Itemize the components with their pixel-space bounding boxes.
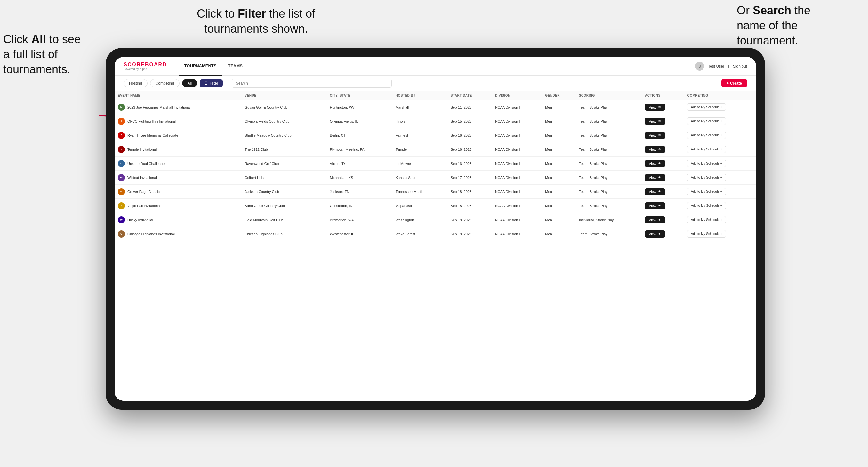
action-cell: View 👁: [642, 157, 684, 170]
add-schedule-button[interactable]: Add to My Schedule +: [687, 202, 725, 209]
add-schedule-button[interactable]: Add to My Schedule +: [687, 118, 725, 125]
competing-tab[interactable]: Competing: [150, 79, 180, 87]
add-schedule-cell: Add to My Schedule +: [684, 199, 756, 213]
view-button[interactable]: View 👁: [645, 188, 665, 195]
col-start-date: START DATE: [447, 91, 492, 100]
event-name-cell: G Grover Page Classic: [115, 185, 241, 199]
add-schedule-button[interactable]: Add to My Schedule +: [687, 160, 725, 167]
sign-out-link[interactable]: Sign out: [733, 64, 747, 68]
search-input[interactable]: [232, 79, 392, 88]
add-schedule-cell: Add to My Schedule +: [684, 114, 756, 128]
city-state-cell: Chesterton, IN: [327, 199, 393, 213]
start-date-cell: Sep 15, 2023: [447, 114, 492, 128]
nav-tab-teams[interactable]: TEAMS: [222, 57, 248, 75]
start-date-cell: Sep 17, 2023: [447, 170, 492, 185]
division-cell: NCAA Division I: [492, 128, 542, 143]
hosted-by-cell: Kansas State: [393, 170, 447, 185]
scoring-cell: Team, Stroke Play: [576, 185, 642, 199]
gender-cell: Men: [542, 213, 576, 227]
eye-icon: 👁: [658, 119, 661, 123]
table-row: W Husky Individual Gold Mountain Golf Cl…: [115, 213, 756, 227]
gender-cell: Men: [542, 157, 576, 170]
nav-tab-tournaments[interactable]: TOURNAMENTS: [179, 57, 222, 75]
team-logo: V: [118, 202, 125, 209]
table-container: EVENT NAME VENUE CITY, STATE HOSTED BY S…: [115, 91, 756, 401]
event-name: OFCC Fighting Illini Invitational: [127, 119, 176, 123]
eye-icon: 👁: [658, 105, 661, 109]
eye-icon: 👁: [658, 148, 661, 151]
eye-icon: 👁: [658, 218, 661, 221]
hosting-tab[interactable]: Hosting: [124, 79, 148, 87]
team-logo: I: [118, 118, 125, 125]
add-schedule-button[interactable]: Add to My Schedule +: [687, 146, 725, 153]
action-cell: View 👁: [642, 227, 684, 241]
add-schedule-button[interactable]: Add to My Schedule +: [687, 188, 725, 195]
view-button[interactable]: View 👁: [645, 118, 665, 125]
hosted-by-cell: Wake Forest: [393, 227, 447, 241]
view-label: View: [649, 133, 656, 137]
action-cell: View 👁: [642, 213, 684, 227]
view-button[interactable]: View 👁: [645, 132, 665, 139]
hosted-by-cell: Fairfield: [393, 128, 447, 143]
action-cell: View 👁: [642, 114, 684, 128]
add-schedule-button[interactable]: Add to My Schedule +: [687, 131, 725, 139]
view-button[interactable]: View 👁: [645, 216, 665, 223]
table-row: W Wildcat Invitational Colbert HillsManh…: [115, 170, 756, 185]
add-schedule-button[interactable]: Add to My Schedule +: [687, 103, 725, 111]
gender-cell: Men: [542, 114, 576, 128]
view-button[interactable]: View 👁: [645, 174, 665, 181]
view-button[interactable]: View 👁: [645, 104, 665, 111]
filter-button[interactable]: ☰ Filter: [200, 80, 223, 87]
create-button[interactable]: + Create: [721, 79, 747, 87]
scoring-cell: Team, Stroke Play: [576, 128, 642, 143]
col-actions: ACTIONS: [642, 91, 684, 100]
logo-area: SCOREBOARD Powered by clippd: [124, 62, 167, 71]
event-name: Valpo Fall Invitational: [127, 204, 161, 208]
view-button[interactable]: View 👁: [645, 202, 665, 209]
scoring-cell: Team, Stroke Play: [576, 170, 642, 185]
view-button[interactable]: View 👁: [645, 230, 665, 238]
venue-cell: Chicago Highlands Club: [241, 227, 327, 241]
division-cell: NCAA Division I: [492, 143, 542, 157]
event-name: Upstate Dual Challenge: [127, 162, 164, 165]
add-schedule-cell: Add to My Schedule +: [684, 185, 756, 199]
team-logo: W: [118, 216, 125, 223]
gender-cell: Men: [542, 170, 576, 185]
view-label: View: [649, 218, 656, 222]
scoring-cell: Team, Stroke Play: [576, 157, 642, 170]
view-button[interactable]: View 👁: [645, 146, 665, 153]
event-name: Grover Page Classic: [127, 190, 160, 194]
start-date-cell: Sep 18, 2023: [447, 199, 492, 213]
eye-icon: 👁: [658, 162, 661, 165]
event-name-cell: V Valpo Fall Invitational: [115, 199, 241, 213]
view-label: View: [649, 176, 656, 180]
add-schedule-button[interactable]: Add to My Schedule +: [687, 174, 725, 181]
view-label: View: [649, 162, 656, 165]
division-cell: NCAA Division I: [492, 114, 542, 128]
annotation-all: Click All to seea full list oftournament…: [3, 32, 96, 77]
event-name: Husky Individual: [127, 218, 153, 222]
city-state-cell: Huntington, WV: [327, 100, 393, 114]
table-row: V Valpo Fall Invitational Sand Creek Cou…: [115, 199, 756, 213]
add-schedule-button[interactable]: Add to My Schedule +: [687, 230, 725, 238]
division-cell: NCAA Division I: [492, 170, 542, 185]
venue-cell: Olympia Fields Country Club: [241, 114, 327, 128]
col-gender: GENDER: [542, 91, 576, 100]
division-cell: NCAA Division I: [492, 227, 542, 241]
hosted-by-cell: Le Moyne: [393, 157, 447, 170]
eye-icon: 👁: [658, 204, 661, 208]
view-button[interactable]: View 👁: [645, 160, 665, 167]
logo-sub: Powered by clippd: [124, 67, 167, 71]
team-logo: U: [118, 160, 125, 167]
action-cell: View 👁: [642, 185, 684, 199]
gender-cell: Men: [542, 143, 576, 157]
event-name: Wildcat Invitational: [127, 176, 157, 180]
all-tab[interactable]: All: [182, 79, 197, 87]
col-competing: COMPETING: [684, 91, 756, 100]
division-cell: NCAA Division I: [492, 199, 542, 213]
division-cell: NCAA Division I: [492, 157, 542, 170]
add-schedule-button[interactable]: Add to My Schedule +: [687, 216, 725, 223]
table-row: F Ryan T. Lee Memorial Collegiate Shuttl…: [115, 128, 756, 143]
col-event-name: EVENT NAME: [115, 91, 241, 100]
team-logo: G: [118, 188, 125, 195]
